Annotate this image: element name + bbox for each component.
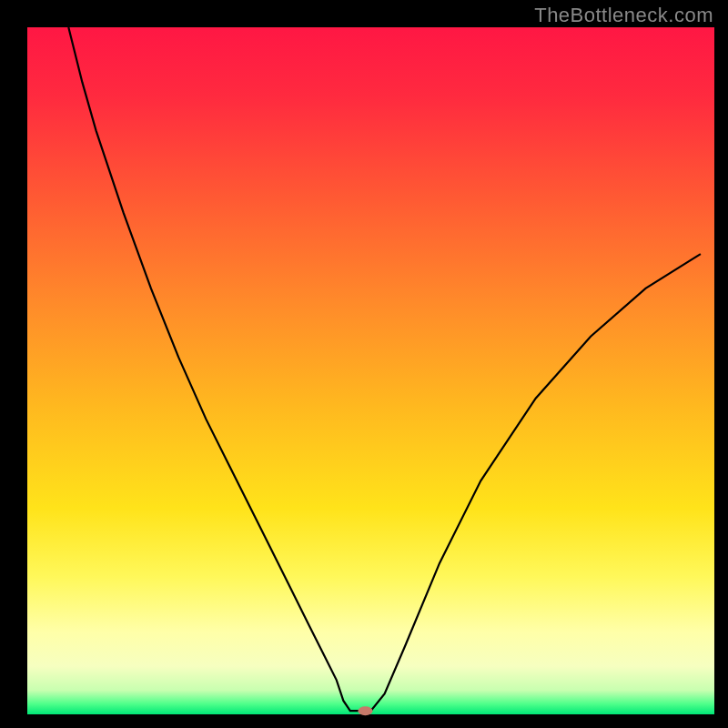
optimum-marker (358, 706, 372, 715)
plot-background (27, 27, 714, 714)
bottleneck-chart (0, 0, 728, 728)
watermark-text: TheBottleneck.com (534, 4, 713, 27)
chart-frame: TheBottleneck.com (0, 0, 728, 728)
